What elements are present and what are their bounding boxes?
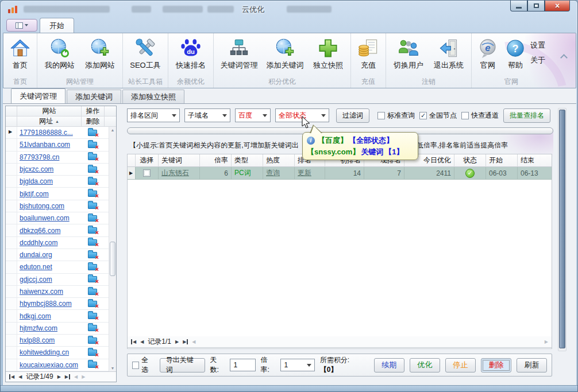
home-button[interactable]: 首页 [6,36,34,77]
site-link[interactable]: hdkgj.com [17,312,82,320]
site-link[interactable]: bjcxzc.com [17,165,82,173]
settings-button[interactable]: 设置 [530,40,545,51]
tab-add-snapshot[interactable]: 添加独立快照 [122,90,184,103]
keyword-row[interactable]: 山东锈石 6 PC词 查询 更新 14 7 2411 ✓ 06-03 06-13 [128,167,552,180]
site-link[interactable]: hbymbcj888.com [17,300,82,308]
site-link[interactable]: 17791886888.c... [17,129,82,137]
delete-site-button[interactable]: × [82,239,103,246]
prev-page-icon[interactable]: ◀ [140,339,144,344]
site-link[interactable]: dcddhly.com [17,239,82,247]
prev-page-icon[interactable]: ◀ [18,374,22,379]
column-rate[interactable]: 倍率 [200,154,232,167]
restore-button[interactable] [527,1,545,11]
page-vertical-scrollbar[interactable] [558,108,567,351]
optimize-button[interactable]: 优化 [410,358,440,372]
close-button[interactable]: × [545,1,570,11]
column-status[interactable]: 状态 [454,154,486,167]
scroll-up-icon[interactable]: ▲ [109,128,116,132]
delete-site-button[interactable]: × [82,215,103,222]
column-keyword[interactable]: 关键词 [159,154,200,167]
delete-site-button[interactable]: × [82,362,103,368]
filter-words-button[interactable]: 过滤词 [336,108,369,123]
tab-keyword-manage[interactable]: 关键词管理 [11,88,65,103]
delete-site-button[interactable]: × [82,337,103,344]
last-page-icon[interactable]: ▶ [65,374,70,379]
about-button[interactable]: 关于 [530,55,545,65]
exit-button[interactable]: 退出系统 [429,36,469,77]
mult-select[interactable]: 1 [280,359,314,371]
delete-site-button[interactable]: × [82,350,103,356]
quick-rank-button[interactable]: du 快速排名 [171,36,211,77]
site-link[interactable]: bjktjf.com [17,190,82,198]
recharge-button[interactable]: 充值 [353,36,383,77]
add-keyword-button[interactable]: 添加关键词 [262,36,308,77]
site-link[interactable]: haiwenzx.com [17,288,82,296]
minimize-button[interactable] [510,1,527,11]
column-site[interactable]: 网站 [17,106,82,116]
site-link[interactable]: 87793798.cn [17,153,82,161]
heat-query-link[interactable]: 查询 [266,168,280,178]
delete-site-button[interactable]: × [82,313,103,319]
delete-site-button[interactable]: × [82,227,103,234]
scroll-down-icon[interactable]: ▼ [109,366,116,370]
site-link[interactable]: hxlp88.com [17,336,82,344]
first-page-icon[interactable]: ◀ [9,374,14,379]
delete-site-button[interactable]: × [82,289,103,295]
site-link[interactable]: 51lvdanban.com [17,141,82,149]
delete-site-button[interactable]: × [82,154,103,160]
scrollbar-thumb[interactable] [110,242,115,276]
delete-site-button[interactable]: × [82,130,103,136]
delete-site-button[interactable]: × [82,142,103,148]
row-checkbox[interactable] [143,169,151,177]
delete-site-button[interactable]: × [82,252,103,258]
site-link[interactable]: dundai.org [17,251,82,259]
delete-site-button[interactable]: × [82,325,103,331]
delete-site-button[interactable]: × [82,203,103,209]
site-link[interactable]: kohitwedding.cn [17,348,82,356]
site-link[interactable]: gdjccj.com [17,275,82,284]
delete-site-button[interactable]: × [82,264,103,270]
keyword-manage-button[interactable]: 关键词管理 [216,36,262,77]
engine-select[interactable]: 百度 [235,108,271,122]
select-all-checkbox[interactable]: 全选 [132,355,155,375]
fast-channel-checkbox[interactable]: 快查通道 [461,111,499,121]
delete-site-button[interactable]: × [82,276,103,282]
delete-button[interactable]: 删除 [481,358,511,372]
delete-site-button[interactable]: × [82,166,103,173]
stop-button[interactable]: 停止 [445,358,476,372]
site-link[interactable]: bjshutong.com [17,202,82,210]
export-keywords-button[interactable]: 导出关键词 [160,358,205,372]
delete-site-button[interactable]: × [82,191,103,197]
standalone-snapshot-button[interactable]: 独立快照 [308,36,348,77]
tab-add-keyword[interactable]: 添加关键词 [67,90,121,103]
site-link[interactable]: boailunwen.com [17,214,82,222]
first-page-icon[interactable]: ◀ [131,339,136,344]
delete-site-button[interactable]: × [82,301,103,307]
refresh-button[interactable]: 刷新 [517,358,547,372]
ribbon-tab-start[interactable]: 开始 [40,18,74,33]
next-page-icon[interactable]: ▶ [57,374,61,379]
batch-rank-check-button[interactable]: 批量查排名 [503,108,550,123]
column-end[interactable]: 结束 [518,154,552,167]
app-menu-button[interactable] [6,19,37,32]
seo-tools-button[interactable]: SEO工具 [125,36,165,77]
scrollbar-thumb[interactable] [559,110,565,348]
site-link[interactable]: bjglda.com [17,177,82,185]
add-site-button[interactable]: 添加网站 [80,36,120,77]
switch-user-button[interactable]: 切换用户 [388,36,429,77]
subdomain-select[interactable]: 子域名 [184,108,230,122]
renew-button[interactable]: 续期 [374,358,404,372]
site-list-scrollbar[interactable]: ▲ ▼ [109,127,116,371]
site-link[interactable]: hjtmzfw.com [17,324,82,332]
days-input[interactable]: 1 [230,359,255,371]
site-link[interactable]: koucaixuexiao.com [17,361,82,369]
last-page-icon[interactable]: ▶ [183,339,188,344]
help-button[interactable]: ? 帮助 [502,36,529,77]
official-site-button[interactable]: e 官网 [474,36,502,77]
column-type[interactable]: 类型 [232,154,263,167]
column-url[interactable]: 网址▲ [17,117,82,126]
rank-update-link[interactable]: 更新 [298,168,311,178]
column-select[interactable]: 选择 [136,154,159,167]
site-link[interactable]: dbkzq66.com [17,227,82,235]
column-start[interactable]: 开始 [486,154,518,167]
